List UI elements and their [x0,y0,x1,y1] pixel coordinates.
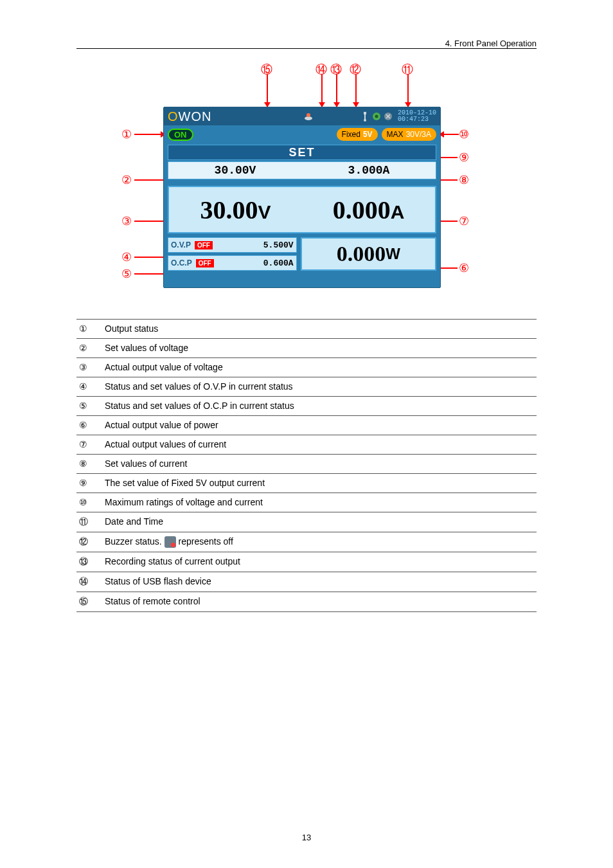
table-row: ⑭Status of USB flash device [76,572,537,592]
callout-10: ⑩ [459,127,469,141]
arrow-11 [407,75,409,107]
arrow-13 [336,75,337,107]
def-number: ③ [76,358,102,377]
callout-4: ④ [121,250,132,264]
output-status-badge: ON [168,129,193,141]
callout-2: ② [121,173,132,187]
svg-point-4 [364,119,366,122]
table-row: ④Status and set values of O.V.P in curre… [76,377,537,397]
output-voltage: 30.00V [169,195,302,225]
svg-point-1 [306,113,310,117]
readout-row: 30.00V 0.000A [168,186,436,233]
buzzer-off-icon [164,536,176,548]
def-text: Actual output values of current [102,435,537,455]
callout-5: ⑤ [121,267,132,281]
def-text: Recording status of current output [102,552,537,572]
set-values-row: 30.00V 3.000A [168,161,436,179]
def-number: ⑪ [76,512,102,532]
def-text: Output status [102,320,537,339]
bottom-row: O.V.P OFF 5.500V O.C.P OFF 0.600A 0.000W [168,237,436,271]
def-number: ⑬ [76,552,102,572]
table-row: ⑩Maximum ratings of voltage and current [76,493,537,512]
def-text: Set values of voltage [102,339,537,358]
secondbar: ON Fixed 5V MAX 30V/3A [164,125,440,143]
page-number: 13 [0,833,613,842]
header-rule [76,48,537,49]
def-number: ⑫ [76,532,102,552]
def-text: Date and Time [102,512,537,532]
usb-icon [359,111,371,122]
table-row: ⑤Status and set values of O.C.P in curre… [76,397,537,416]
callout-9: ⑨ [459,150,469,165]
def-number: ⑧ [76,455,102,474]
def-number: ② [76,339,102,358]
svg-point-6 [375,115,378,118]
def-text: Set values of current [102,455,537,474]
arrow-14 [321,75,323,107]
svg-rect-2 [364,112,366,114]
callout-6: ⑥ [459,261,469,275]
datetime: 2010-12-10 00:47:23 [398,110,436,123]
table-row: ⑪Date and Time [76,512,537,532]
output-current: 0.000A [302,195,435,225]
def-number: ⑨ [76,474,102,493]
ovp-row: O.V.P OFF 5.500V [168,237,297,253]
svg-rect-3 [364,114,366,120]
arrow-15 [267,75,268,107]
def-text: Maximum ratings of voltage and current [102,493,537,512]
figure-block: ⑮ ⑭ ⑬ ⑫ ⑪ ① ② ③ ④ ⑤ ⑩ ⑨ ⑧ ⑦ ⑥ [76,62,537,306]
output-power: 0.000W [301,237,436,271]
def-number: ⑭ [76,572,102,592]
def-text: Status and set values of O.V.P in curren… [102,377,537,397]
def-number: ① [76,320,102,339]
table-row: ①Output status [76,320,537,339]
table-row: ⑥Actual output value of power [76,416,537,435]
buzzer-icon [382,111,394,122]
set-voltage: 30.00V [168,164,302,177]
ocp-row: O.C.P OFF 0.600A [168,255,297,271]
remote-icon [303,111,314,122]
brand-logo: OWON [168,109,211,124]
table-row: ⑫Buzzer status. represents off [76,532,537,552]
def-text: The set value of Fixed 5V output current [102,474,537,493]
def-text: Status and set values of O.C.P in curren… [102,397,537,416]
arrow-1 [134,134,165,135]
def-number: ⑮ [76,592,102,612]
def-text: Actual output value of power [102,416,537,435]
set-header: SET [168,145,436,160]
definition-table: ①Output status②Set values of voltage③Act… [76,319,537,612]
def-number: ⑩ [76,493,102,512]
section-title: 4. Front Panel Operation [76,39,537,48]
def-text: Status of remote control [102,592,537,612]
def-number: ⑦ [76,435,102,455]
def-number: ⑤ [76,397,102,416]
fixed-5v-pill: Fixed 5V [337,128,378,141]
device-screen: OWON 2010-12-10 00:47:23 ON Fixed 5V [163,107,441,288]
table-row: ⑨The set value of Fixed 5V output curren… [76,474,537,493]
def-text: Status of USB flash device [102,572,537,592]
callout-3: ③ [121,214,132,228]
arrow-10 [440,134,459,135]
table-row: ②Set values of voltage [76,339,537,358]
table-row: ③Actual output value of voltage [76,358,537,377]
max-rating-pill: MAX 30V/3A [382,128,436,141]
record-icon [371,111,382,122]
def-number: ④ [76,377,102,397]
callout-7: ⑦ [459,214,469,228]
callout-8: ⑧ [459,173,469,187]
topbar: OWON 2010-12-10 00:47:23 [164,107,440,125]
table-row: ⑮Status of remote control [76,592,537,612]
table-row: ⑬Recording status of current output [76,552,537,572]
def-text: Actual output value of voltage [102,358,537,377]
callout-1: ① [121,127,132,141]
def-text: Buzzer status. represents off [102,532,537,552]
def-number: ⑥ [76,416,102,435]
arrow-12 [355,75,357,107]
set-current: 3.000A [302,164,436,177]
table-row: ⑦Actual output values of current [76,435,537,455]
table-row: ⑧Set values of current [76,455,537,474]
